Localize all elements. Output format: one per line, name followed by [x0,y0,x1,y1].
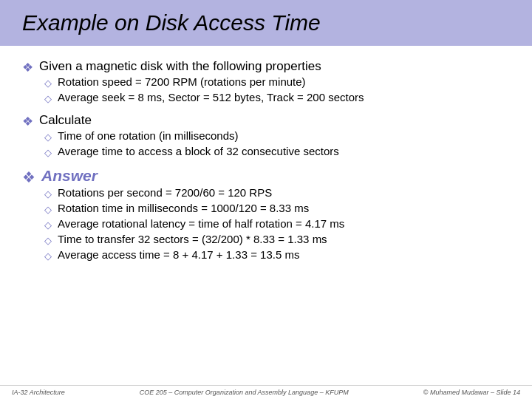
sub-bullet-given-text-0: Rotation speed = 7200 RPM (rotations per… [58,75,306,88]
sub-bullet-ans-text-3: Time to transfer 32 sectors = (32/200) *… [58,233,327,245]
sub-diamond-icon: ◇ [44,250,52,262]
sub-bullet-calc-text-0: Time of one rotation (in milliseconds) [58,129,239,142]
sub-bullet-calc-1: ◇ Average time to access a block of 32 c… [44,145,510,158]
sub-bullets-answer: ◇ Rotations per second = 7200/60 = 120 R… [44,186,510,262]
main-bullet-answer: ❖ Answer [22,167,510,186]
main-bullet-calculate-text: Calculate [39,113,92,128]
footer-center: COE 205 – Computer Organization and Asse… [140,389,349,396]
sub-bullet-ans-0: ◇ Rotations per second = 7200/60 = 120 R… [44,186,510,200]
sub-bullet-ans-2: ◇ Average rotational latency = time of h… [44,217,510,231]
section-answer: ❖ Answer ◇ Rotations per second = 7200/6… [22,163,510,262]
main-bullet-calculate: ❖ Calculate [22,113,510,129]
diamond-icon-answer: ❖ [22,168,35,186]
sub-diamond-icon: ◇ [44,235,52,246]
main-bullet-answer-text: Answer [41,167,98,185]
sub-diamond-icon: ◇ [44,93,52,104]
sub-bullet-calc-text-1: Average time to access a block of 32 con… [58,145,339,157]
sub-diamond-icon: ◇ [44,204,52,215]
sub-bullet-ans-text-1: Rotation time in milliseconds = 1000/120… [58,202,309,214]
main-bullet-given: ❖ Given a magnetic disk with the followi… [22,59,510,75]
sub-bullet-given-1: ◇ Average seek = 8 ms, Sector = 512 byte… [44,91,510,104]
sub-diamond-icon: ◇ [44,219,52,231]
main-bullet-given-text: Given a magnetic disk with the following… [39,59,321,74]
sub-bullet-ans-1: ◇ Rotation time in milliseconds = 1000/1… [44,202,510,215]
sub-bullet-calc-0: ◇ Time of one rotation (in milliseconds) [44,129,510,143]
sub-bullet-ans-text-4: Average access time = 8 + 4.17 + 1.33 = … [58,248,299,261]
sub-diamond-icon: ◇ [44,78,52,89]
sub-bullet-ans-3: ◇ Time to transfer 32 sectors = (32/200)… [44,233,510,246]
sub-diamond-icon: ◇ [44,147,52,158]
footer-right: © Muhamed Mudawar – Slide 14 [423,389,520,396]
sub-bullet-ans-4: ◇ Average access time = 8 + 4.17 + 1.33 … [44,248,510,262]
sub-bullets-given: ◇ Rotation speed = 7200 RPM (rotations p… [44,75,510,104]
sub-diamond-icon: ◇ [44,132,52,143]
diamond-icon-given: ❖ [22,60,33,75]
slide: Example on Disk Access Time ❖ Given a ma… [0,0,532,399]
section-given: ❖ Given a magnetic disk with the followi… [22,55,510,104]
sub-bullets-calculate: ◇ Time of one rotation (in milliseconds)… [44,129,510,158]
sub-bullet-ans-text-0: Rotations per second = 7200/60 = 120 RPS [58,186,272,199]
slide-title: Example on Disk Access Time [0,0,532,46]
slide-footer: IA-32 Architecture COE 205 – Computer Or… [0,385,532,399]
section-calculate: ❖ Calculate ◇ Time of one rotation (in m… [22,109,510,158]
sub-diamond-icon: ◇ [44,188,52,200]
sub-bullet-ans-text-2: Average rotational latency = time of hal… [58,217,344,230]
diamond-icon-calculate: ❖ [22,114,33,129]
sub-bullet-given-0: ◇ Rotation speed = 7200 RPM (rotations p… [44,75,510,89]
footer-left: IA-32 Architecture [12,389,65,396]
slide-content: ❖ Given a magnetic disk with the followi… [0,46,532,385]
sub-bullet-given-text-1: Average seek = 8 ms, Sector = 512 bytes,… [58,91,364,103]
